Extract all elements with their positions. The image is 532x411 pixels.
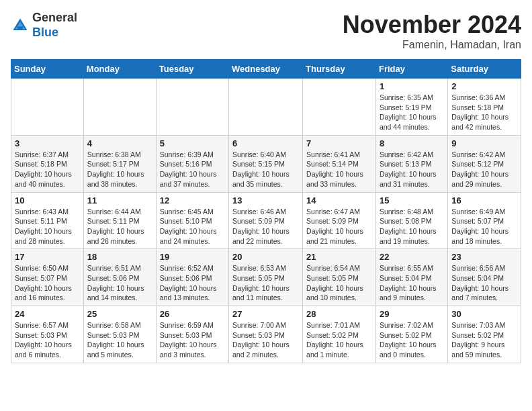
calendar-cell: 28Sunrise: 7:01 AM Sunset: 5:02 PM Dayli… [303,306,376,363]
calendar-cell: 1Sunrise: 6:35 AM Sunset: 5:19 PM Daylig… [375,79,447,136]
day-info: Sunrise: 6:49 AM Sunset: 5:07 PM Dayligh… [451,207,517,246]
day-number: 22 [380,252,444,262]
day-info: Sunrise: 6:43 AM Sunset: 5:11 PM Dayligh… [15,207,80,246]
logo-text: General Blue [32,11,77,40]
day-number: 25 [87,309,152,319]
day-info: Sunrise: 6:35 AM Sunset: 5:19 PM Dayligh… [380,93,444,132]
weekday-header-cell: Saturday [448,60,521,79]
calendar-cell: 5Sunrise: 6:39 AM Sunset: 5:16 PM Daylig… [156,135,228,192]
weekday-header-cell: Tuesday [156,60,228,79]
calendar-cell: 20Sunrise: 6:53 AM Sunset: 5:05 PM Dayli… [229,249,303,306]
day-number: 7 [306,138,372,148]
calendar-cell [11,79,84,136]
logo-icon [11,16,30,35]
weekday-header-cell: Friday [375,60,447,79]
day-number: 2 [451,81,517,91]
day-number: 5 [160,138,225,148]
title-block: November 2024 Famenin, Hamadan, Iran [343,11,521,51]
calendar-cell [303,79,376,136]
calendar-cell: 21Sunrise: 6:54 AM Sunset: 5:05 PM Dayli… [303,249,376,306]
calendar-cell: 2Sunrise: 6:36 AM Sunset: 5:18 PM Daylig… [448,79,521,136]
day-number: 24 [15,309,80,319]
calendar-cell: 16Sunrise: 6:49 AM Sunset: 5:07 PM Dayli… [448,192,521,249]
day-info: Sunrise: 6:54 AM Sunset: 5:05 PM Dayligh… [306,263,372,303]
day-info: Sunrise: 6:50 AM Sunset: 5:07 PM Dayligh… [15,263,80,303]
day-number: 18 [87,252,152,262]
calendar-cell: 22Sunrise: 6:55 AM Sunset: 5:04 PM Dayli… [375,249,447,306]
svg-rect-2 [17,26,23,30]
day-number: 16 [451,195,517,205]
day-number: 19 [160,252,225,262]
month-title: November 2024 [343,11,521,39]
day-info: Sunrise: 6:59 AM Sunset: 5:03 PM Dayligh… [160,320,225,360]
day-number: 9 [451,138,517,148]
calendar-cell: 14Sunrise: 6:47 AM Sunset: 5:09 PM Dayli… [303,192,376,249]
day-info: Sunrise: 6:58 AM Sunset: 5:03 PM Dayligh… [87,320,152,360]
calendar-cell: 9Sunrise: 6:42 AM Sunset: 5:12 PM Daylig… [448,135,521,192]
calendar-week-row: 1Sunrise: 6:35 AM Sunset: 5:19 PM Daylig… [11,79,521,136]
day-info: Sunrise: 6:39 AM Sunset: 5:16 PM Dayligh… [160,150,225,189]
calendar-week-row: 3Sunrise: 6:37 AM Sunset: 5:18 PM Daylig… [11,135,521,192]
calendar-week-row: 10Sunrise: 6:43 AM Sunset: 5:11 PM Dayli… [11,192,521,249]
calendar-cell: 24Sunrise: 6:57 AM Sunset: 5:03 PM Dayli… [11,306,84,363]
day-number: 17 [15,252,80,262]
day-number: 6 [232,138,299,148]
calendar-cell: 29Sunrise: 7:02 AM Sunset: 5:02 PM Dayli… [375,306,447,363]
calendar-cell: 13Sunrise: 6:46 AM Sunset: 5:09 PM Dayli… [229,192,303,249]
day-info: Sunrise: 7:00 AM Sunset: 5:03 PM Dayligh… [232,320,299,360]
day-info: Sunrise: 6:37 AM Sunset: 5:18 PM Dayligh… [15,150,80,189]
weekday-header-cell: Monday [83,60,156,79]
day-info: Sunrise: 7:03 AM Sunset: 5:02 PM Dayligh… [451,320,517,360]
calendar-cell [83,79,156,136]
day-number: 14 [306,195,372,205]
day-info: Sunrise: 6:45 AM Sunset: 5:10 PM Dayligh… [160,207,225,246]
calendar-cell: 26Sunrise: 6:59 AM Sunset: 5:03 PM Dayli… [156,306,228,363]
calendar-cell: 27Sunrise: 7:00 AM Sunset: 5:03 PM Dayli… [229,306,303,363]
day-number: 28 [306,309,372,319]
calendar-table: SundayMondayTuesdayWednesdayThursdayFrid… [11,59,521,363]
day-number: 10 [15,195,80,205]
day-info: Sunrise: 6:41 AM Sunset: 5:14 PM Dayligh… [306,150,372,189]
day-info: Sunrise: 6:40 AM Sunset: 5:15 PM Dayligh… [232,150,299,189]
calendar-week-row: 24Sunrise: 6:57 AM Sunset: 5:03 PM Dayli… [11,306,521,363]
calendar-cell: 18Sunrise: 6:51 AM Sunset: 5:06 PM Dayli… [83,249,156,306]
weekday-header-cell: Sunday [11,60,84,79]
calendar-cell: 4Sunrise: 6:38 AM Sunset: 5:17 PM Daylig… [83,135,156,192]
day-info: Sunrise: 6:55 AM Sunset: 5:04 PM Dayligh… [380,263,444,303]
day-info: Sunrise: 6:38 AM Sunset: 5:17 PM Dayligh… [87,150,152,189]
calendar-cell: 7Sunrise: 6:41 AM Sunset: 5:14 PM Daylig… [303,135,376,192]
calendar-cell: 12Sunrise: 6:45 AM Sunset: 5:10 PM Dayli… [156,192,228,249]
day-number: 27 [232,309,299,319]
logo: General Blue [11,11,77,40]
location: Famenin, Hamadan, Iran [343,39,521,51]
calendar-cell: 17Sunrise: 6:50 AM Sunset: 5:07 PM Dayli… [11,249,84,306]
calendar-cell: 8Sunrise: 6:42 AM Sunset: 5:13 PM Daylig… [375,135,447,192]
weekday-header-cell: Thursday [303,60,376,79]
day-info: Sunrise: 6:42 AM Sunset: 5:12 PM Dayligh… [451,150,517,189]
calendar-cell [229,79,303,136]
calendar-cell: 6Sunrise: 6:40 AM Sunset: 5:15 PM Daylig… [229,135,303,192]
calendar-cell: 10Sunrise: 6:43 AM Sunset: 5:11 PM Dayli… [11,192,84,249]
day-info: Sunrise: 6:51 AM Sunset: 5:06 PM Dayligh… [87,263,152,303]
page-header: General Blue November 2024 Famenin, Hama… [11,11,521,51]
calendar-cell: 23Sunrise: 6:56 AM Sunset: 5:04 PM Dayli… [448,249,521,306]
weekday-header-cell: Wednesday [229,60,303,79]
day-number: 23 [451,252,517,262]
day-info: Sunrise: 6:53 AM Sunset: 5:05 PM Dayligh… [232,263,299,303]
calendar-cell: 30Sunrise: 7:03 AM Sunset: 5:02 PM Dayli… [448,306,521,363]
calendar-cell: 11Sunrise: 6:44 AM Sunset: 5:11 PM Dayli… [83,192,156,249]
day-info: Sunrise: 6:36 AM Sunset: 5:18 PM Dayligh… [451,93,517,132]
day-number: 30 [451,309,517,319]
day-number: 26 [160,309,225,319]
day-info: Sunrise: 6:44 AM Sunset: 5:11 PM Dayligh… [87,207,152,246]
day-info: Sunrise: 7:01 AM Sunset: 5:02 PM Dayligh… [306,320,372,360]
day-number: 13 [232,195,299,205]
calendar-cell: 3Sunrise: 6:37 AM Sunset: 5:18 PM Daylig… [11,135,84,192]
day-number: 8 [380,138,444,148]
day-number: 12 [160,195,225,205]
day-number: 21 [306,252,372,262]
day-number: 3 [15,138,80,148]
day-info: Sunrise: 7:02 AM Sunset: 5:02 PM Dayligh… [380,320,444,360]
day-number: 11 [87,195,152,205]
day-info: Sunrise: 6:42 AM Sunset: 5:13 PM Dayligh… [380,150,444,189]
